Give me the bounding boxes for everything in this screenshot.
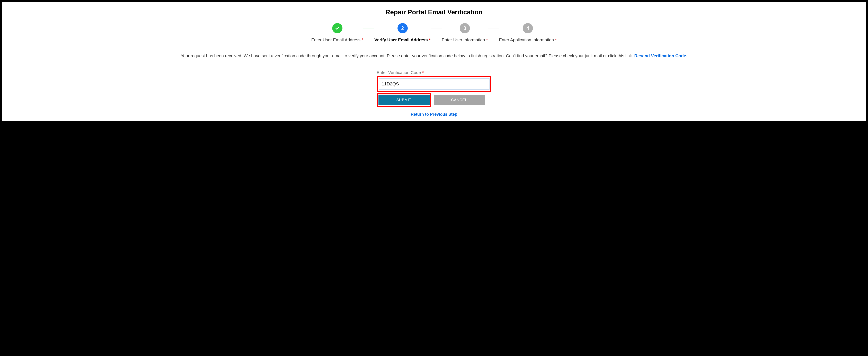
- code-field-label: Enter Verification Code *: [377, 70, 491, 75]
- connector-3-4: [488, 28, 499, 28]
- resend-code-link[interactable]: Resend Verification Code.: [634, 54, 687, 58]
- submit-button[interactable]: SUBMIT: [378, 95, 430, 105]
- button-row: SUBMIT CANCEL: [377, 94, 491, 107]
- cancel-button[interactable]: CANCEL: [434, 95, 485, 105]
- submit-highlight: SUBMIT: [377, 94, 431, 107]
- verification-code-input[interactable]: [379, 78, 490, 90]
- step-4-circle: 4: [523, 23, 533, 33]
- step-2: 2 Verify User Email Address *: [374, 23, 431, 42]
- code-input-highlight: [377, 76, 491, 92]
- step-2-label: Verify User Email Address *: [374, 37, 431, 42]
- step-3: 3 Enter User Information *: [442, 23, 488, 42]
- step-1: Enter User Email Address *: [311, 23, 363, 42]
- verification-panel: Repair Portal Email Verification Enter U…: [2, 2, 866, 121]
- return-previous-link[interactable]: Return to Previous Step: [377, 112, 491, 117]
- step-3-circle: 3: [460, 23, 470, 33]
- progress-stepper: Enter User Email Address * 2 Verify User…: [291, 23, 577, 42]
- step-4-label: Enter Application Information *: [499, 37, 557, 42]
- instructions-text: Your request has been received. We have …: [4, 52, 864, 59]
- step-3-label: Enter User Information *: [442, 37, 488, 42]
- verification-form: Enter Verification Code * SUBMIT CANCEL …: [377, 70, 491, 117]
- step-4: 4 Enter Application Information *: [499, 23, 557, 42]
- connector-2-3: [431, 28, 442, 28]
- step-1-label: Enter User Email Address *: [311, 37, 363, 42]
- connector-1-2: [363, 28, 374, 28]
- step-2-circle: 2: [398, 23, 408, 33]
- check-icon: [332, 23, 342, 33]
- page-title: Repair Portal Email Verification: [4, 8, 864, 16]
